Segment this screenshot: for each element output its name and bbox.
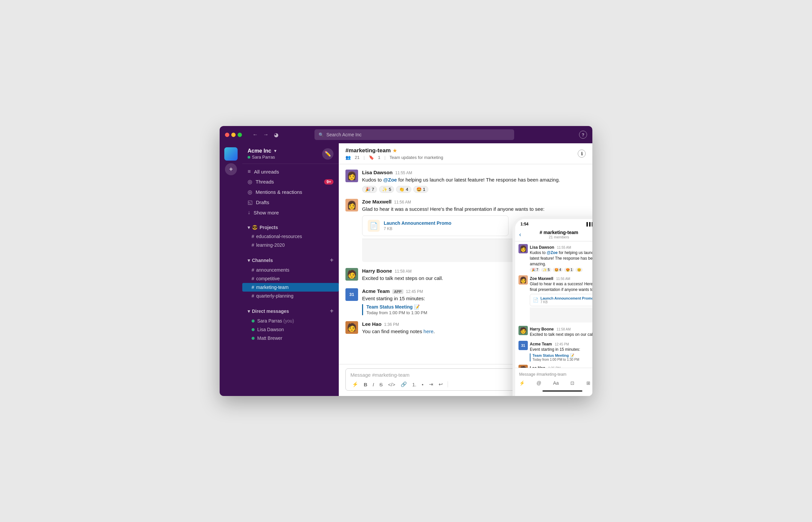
link-button[interactable]: 🔗 bbox=[399, 380, 409, 388]
sidebar-item-mentions[interactable]: ◎ Mentions & reactions bbox=[242, 187, 339, 197]
hash-icon: # bbox=[252, 267, 254, 273]
channel-item-quarterly-planning[interactable]: # quarterly-planning bbox=[242, 292, 339, 300]
phone-status-bar: 1:54 ▐▐▐ 📶 🔋 bbox=[515, 219, 592, 228]
indent-button[interactable]: ⇥ bbox=[427, 380, 435, 388]
dm-item-lisa[interactable]: Lisa Dawson bbox=[242, 325, 339, 334]
phone-file-attachment[interactable]: 📄 Launch Announcement Promo 7 KB bbox=[530, 294, 592, 306]
mention-zoe[interactable]: @Zoe bbox=[383, 177, 397, 183]
add-dm-button[interactable]: + bbox=[330, 307, 333, 315]
reaction-clap[interactable]: 👏 4 bbox=[396, 186, 411, 193]
projects-section-header[interactable]: ▾ 😎 Projects bbox=[242, 223, 339, 232]
search-input-text[interactable]: Search Acme Inc bbox=[327, 132, 362, 137]
phone-event-title: Team Status Meeting 📝 bbox=[533, 354, 580, 358]
phone-reaction[interactable]: 😍 1 bbox=[564, 268, 574, 272]
dm-item-matt[interactable]: Matt Brewer bbox=[242, 334, 339, 342]
help-button[interactable]: ? bbox=[579, 130, 587, 139]
phone-message-zoe: 👩 Zoe Maxwell 11:56 AM Glad to hear it w… bbox=[519, 275, 592, 322]
workspace-info: Acme Inc ▼ Sara Parras bbox=[248, 148, 322, 160]
bold-button[interactable]: B bbox=[362, 381, 369, 388]
maximize-button[interactable] bbox=[238, 133, 242, 137]
strikethrough-button[interactable]: S bbox=[378, 381, 384, 388]
workspace-name[interactable]: Acme Inc ▼ bbox=[248, 148, 322, 154]
star-icon[interactable]: ★ bbox=[393, 148, 397, 153]
dm-section-header[interactable]: ▾ Direct messages + bbox=[242, 305, 339, 317]
channel-info-button[interactable]: ℹ bbox=[578, 149, 586, 158]
app-window: ← → ◕ 🔍 Search Acme Inc ? + Acme Inc bbox=[220, 126, 592, 396]
compose-button[interactable]: ✏️ bbox=[322, 148, 333, 160]
search-icon: 🔍 bbox=[318, 132, 324, 137]
channel-item-educational-resources[interactable]: # educational-resources bbox=[242, 232, 339, 241]
dm-item-sara[interactable]: Sara Parras (you) bbox=[242, 317, 339, 325]
phone-calendar-event: Team Status Meeting 📝 Today from 1:00 PM… bbox=[530, 354, 580, 361]
sidebar-item-all-unreads[interactable]: ≡ All unreads bbox=[242, 166, 339, 177]
phone-reaction[interactable]: ✨ 5 bbox=[541, 268, 551, 272]
channel-item-competitive[interactable]: # competitive bbox=[242, 274, 339, 283]
traffic-lights bbox=[225, 133, 242, 137]
bookmark-icon: 🔖 bbox=[369, 155, 374, 160]
phone-msg-header: Lisa Dawson 11:55 AM bbox=[530, 244, 592, 250]
channel-item-marketing-team[interactable]: # marketing-team bbox=[242, 283, 339, 292]
undo-button[interactable]: ↩ bbox=[437, 380, 445, 388]
online-status-dot bbox=[248, 156, 250, 159]
file-info: Launch Announcement Promo 7 KB bbox=[384, 220, 451, 231]
hash-icon: # bbox=[252, 293, 254, 299]
phone-reaction[interactable]: 🤩 4 bbox=[553, 268, 563, 272]
add-workspace-button[interactable]: + bbox=[225, 163, 237, 175]
italic-button[interactable]: I bbox=[371, 381, 376, 388]
minimize-button[interactable] bbox=[231, 133, 236, 137]
back-button[interactable]: ← bbox=[251, 130, 259, 139]
phone-mention-button[interactable]: @ bbox=[537, 380, 541, 386]
search-bar[interactable]: 🔍 Search Acme Inc bbox=[314, 129, 514, 140]
forward-button[interactable]: → bbox=[262, 130, 270, 139]
lightning-button[interactable]: ⚡ bbox=[350, 380, 360, 388]
phone-input-area: Message #marketing-team ⚡ @ Aa ⊡ ⊞ ▶ bbox=[515, 368, 592, 388]
channel-item-announcements[interactable]: # announcements bbox=[242, 266, 339, 274]
phone-msg-text: Excited to talk next steps on our call. bbox=[530, 332, 592, 338]
channel-header-info: #marketing-team ★ 👥 21 | 🔖 1 | Team upda… bbox=[345, 147, 443, 160]
phone-reaction[interactable]: 🎉 7 bbox=[530, 268, 540, 272]
file-size: 7 KB bbox=[384, 226, 451, 231]
phone-camera-button[interactable]: ⊞ bbox=[586, 380, 591, 386]
message-author: Zoe Maxwell bbox=[362, 199, 391, 204]
phone-msg-content: Lee Hao 1:36 PM You can find meeting not… bbox=[530, 365, 588, 368]
sidebar-item-show-more[interactable]: ↓ Show more bbox=[242, 207, 339, 218]
phone-channel-info: # marketing-team 21 members bbox=[524, 230, 592, 239]
reaction-party[interactable]: 🎉 7 bbox=[362, 186, 377, 193]
phone-message-input[interactable]: Message #marketing-team bbox=[519, 371, 592, 378]
online-indicator bbox=[252, 337, 255, 340]
channel-item-learning-2020[interactable]: # learning-2020 bbox=[242, 241, 339, 249]
chevron-icon: ▾ bbox=[248, 225, 250, 230]
phone-time: 1:54 bbox=[521, 222, 528, 226]
phone-mention: @Zoe bbox=[547, 250, 558, 255]
code-button[interactable]: </> bbox=[386, 381, 397, 388]
unordered-list-button[interactable]: • bbox=[420, 381, 425, 388]
reaction-sparkles[interactable]: ✨ 5 bbox=[379, 186, 394, 193]
phone-msg-header: Harry Boone 11:58 AM bbox=[530, 326, 592, 332]
message-author: Acme Team bbox=[362, 288, 390, 294]
phone-msg-content: Harry Boone 11:58 AM Excited to talk nex… bbox=[530, 326, 592, 338]
meeting-notes-link[interactable]: here bbox=[424, 328, 433, 334]
phone-msg-header: Acme Team 12:45 PM bbox=[530, 341, 580, 347]
dm-section: ▾ Direct messages + Sara Parras (you) Li… bbox=[242, 303, 339, 345]
channels-section-header[interactable]: ▾ Channels + bbox=[242, 255, 339, 266]
add-channel-button[interactable]: + bbox=[330, 257, 333, 264]
phone-msg-text: Event starting in 15 minutes: bbox=[530, 347, 580, 353]
phone-lightning-button[interactable]: ⚡ bbox=[519, 380, 525, 386]
workspace-icon[interactable] bbox=[224, 147, 238, 161]
close-button[interactable] bbox=[225, 133, 229, 137]
reaction-star-eyes[interactable]: 🤩 1 bbox=[413, 186, 428, 193]
phone-channel-name: # marketing-team bbox=[524, 230, 592, 235]
phone-back-button[interactable]: ‹ bbox=[519, 231, 521, 238]
phone-format-button[interactable]: Aa bbox=[553, 380, 559, 386]
file-attachment[interactable]: 📄 Launch Announcement Promo 7 KB bbox=[362, 216, 508, 236]
phone-msg-content: Zoe Maxwell 11:56 AM Glad to hear it was… bbox=[530, 275, 592, 322]
phone-attach-button[interactable]: ⊡ bbox=[571, 380, 574, 386]
phone-reaction[interactable]: 😊 bbox=[575, 268, 583, 272]
sidebar-item-threads[interactable]: ◎ Threads 9+ bbox=[242, 177, 339, 187]
workspace-logo bbox=[224, 147, 238, 161]
history-button[interactable]: ◕ bbox=[273, 130, 280, 139]
ordered-list-button[interactable]: 1. bbox=[411, 381, 418, 388]
phone-reactions: 🎉 7 ✨ 5 🤩 4 😍 1 😊 bbox=[530, 268, 592, 272]
sidebar-item-drafts[interactable]: ◱ Drafts bbox=[242, 197, 339, 207]
message-header: Zoe Maxwell 11:56 AM bbox=[362, 199, 586, 204]
